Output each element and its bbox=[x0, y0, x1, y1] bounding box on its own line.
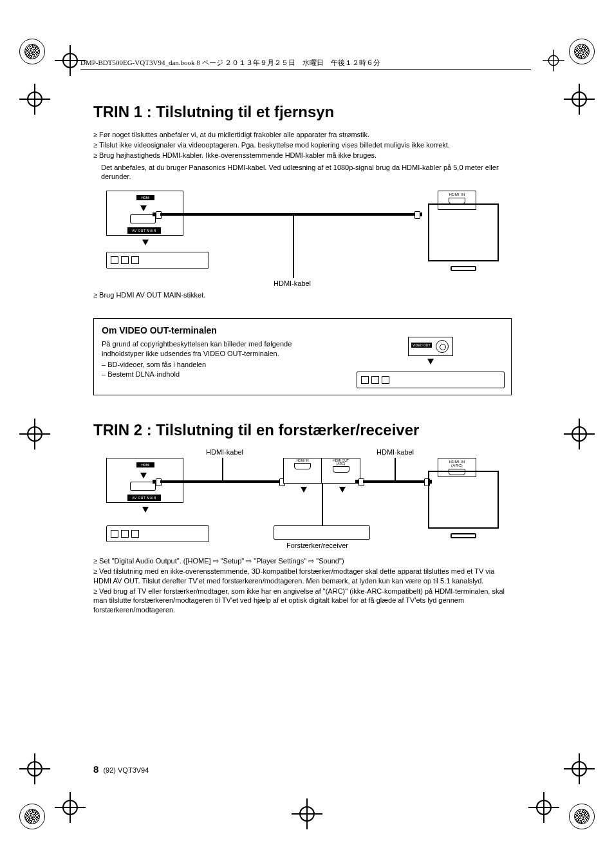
caption-pointer-line bbox=[395, 458, 396, 480]
player-body-icon bbox=[106, 252, 209, 269]
rca-jack-icon bbox=[436, 340, 449, 353]
amp-body-icon bbox=[274, 525, 370, 540]
list-item: Brug HDMI AV OUT MAIN-stikket. bbox=[93, 290, 512, 300]
cable-plug-icon bbox=[355, 478, 363, 486]
caption-pointer-line bbox=[293, 215, 294, 278]
cable-caption: HDMI-kabel bbox=[206, 448, 243, 456]
player-icon: HDMI AV OUT MAIN bbox=[106, 458, 209, 545]
video-out-title: Om VIDEO OUT-terminalen bbox=[102, 325, 503, 335]
hdmi-port-icon bbox=[294, 463, 311, 469]
trin1-bullets: Før noget tilsluttes anbefaler vi, at du… bbox=[93, 130, 512, 160]
av-out-main-label: AV OUT MAIN bbox=[127, 495, 161, 501]
arrow-down-icon bbox=[301, 487, 307, 493]
list-item: Brug højhastigheds HDMI-kabler. Ikke-ove… bbox=[93, 151, 512, 160]
cable-caption: HDMI-kabel bbox=[377, 448, 414, 456]
player-body-icon bbox=[357, 372, 505, 388]
page-number: 8 bbox=[93, 764, 98, 775]
arrow-down-icon bbox=[140, 205, 147, 211]
crosshair-icon bbox=[55, 792, 86, 823]
trin2-bullets: Set "Digital Audio Output". ([HOME] ⇨ "S… bbox=[93, 556, 512, 615]
cable-plug-icon bbox=[153, 211, 160, 218]
arrow-down-icon bbox=[142, 240, 149, 245]
list-item: Før noget tilsluttes anbefaler vi, at du… bbox=[93, 130, 512, 140]
video-out-terminal-icon: VIDEO OUT bbox=[408, 337, 453, 356]
list-item: Set "Digital Audio Output". ([HOME] ⇨ "S… bbox=[93, 556, 512, 566]
player-body-icon bbox=[106, 525, 209, 542]
hdmi-port-icon bbox=[130, 482, 156, 491]
connection-diagram-amp: HDMI-kabel HDMI-kabel HDMI AV OUT MAIN H… bbox=[93, 448, 512, 545]
arrow-down-icon bbox=[427, 359, 434, 364]
arrow-down-icon bbox=[339, 487, 346, 493]
hdmi-port-icon bbox=[333, 466, 349, 473]
caption-pointer-line bbox=[222, 458, 223, 480]
hdmi-logo-icon: HDMI bbox=[136, 462, 154, 467]
video-out-label: VIDEO OUT bbox=[411, 343, 432, 348]
player-icon: HDMI AV OUT MAIN bbox=[106, 191, 209, 278]
print-target-icon bbox=[19, 804, 45, 829]
amp-caption: Forstærker/receiver bbox=[286, 542, 348, 549]
book-header: DMP-BDT500EG-VQT3V94_dan.book 8 ページ ２０１３… bbox=[80, 58, 531, 70]
section-title-trin1: TRIN 1 : Tilslutning til et fjernsyn bbox=[93, 103, 512, 121]
print-target-icon bbox=[569, 39, 595, 64]
rear-jacks-icon bbox=[111, 256, 139, 264]
crosshair-icon bbox=[292, 798, 322, 829]
hdmi-cable-icon bbox=[160, 213, 414, 216]
crosshair-icon bbox=[528, 792, 559, 823]
hdmi-cable-icon bbox=[160, 480, 279, 483]
av-out-main-label: AV OUT MAIN bbox=[127, 227, 161, 234]
trin1-post-bullets: Brug HDMI AV OUT MAIN-stikket. bbox=[93, 290, 512, 300]
list-item: Tilslut ikke videosignaler via videoopta… bbox=[93, 140, 512, 150]
cable-plug-icon bbox=[414, 211, 422, 218]
doc-code: (92) VQT3V94 bbox=[103, 766, 149, 774]
hdmi-cable-icon bbox=[363, 480, 424, 483]
crosshair-icon bbox=[564, 753, 595, 784]
hdmi-out-arc-text: HDMI OUT (ARC) bbox=[322, 458, 360, 466]
arrow-down-icon bbox=[142, 507, 149, 513]
crosshair-icon bbox=[564, 84, 595, 115]
hdmi-port-icon bbox=[130, 214, 156, 223]
arrow-down-icon bbox=[140, 473, 147, 478]
rear-jacks-icon bbox=[361, 376, 389, 384]
page-footer: 8 (92) VQT3V94 bbox=[93, 764, 149, 775]
list-item: Ved tilslutning med en ikke-overensstemm… bbox=[93, 567, 512, 586]
list-item: Ved brug af TV eller forstærker/modtager… bbox=[93, 587, 512, 616]
hdmi-in-arc-text: HDMI IN (ARC) bbox=[438, 460, 476, 467]
print-target-icon bbox=[19, 39, 45, 64]
crosshair-icon bbox=[543, 50, 564, 71]
video-out-body: På grund af copyrightbeskyttelsen kan bi… bbox=[102, 339, 333, 359]
print-target-icon bbox=[569, 804, 595, 829]
crosshair-icon bbox=[19, 753, 50, 784]
amp-ports-icon: HDMI IN HDMI OUT (ARC) bbox=[283, 458, 360, 484]
cable-caption: HDMI-kabel bbox=[274, 279, 311, 287]
hdmi-logo-icon: HDMI bbox=[136, 195, 154, 200]
connection-diagram-tv: HDMI AV OUT MAIN HDMI IN HDMI-kab bbox=[93, 191, 512, 278]
tv-icon: HDMI IN bbox=[428, 191, 499, 271]
trin1-note: Det anbefales, at du bruger Panasonics H… bbox=[101, 163, 512, 182]
pointer-line bbox=[322, 484, 323, 525]
crosshair-icon bbox=[19, 84, 50, 115]
video-out-device-icon: VIDEO OUT bbox=[357, 337, 505, 388]
section-title-trin2: TRIN 2 : Tilslutning til en forstærker/r… bbox=[93, 421, 512, 439]
rear-jacks-icon bbox=[111, 530, 139, 538]
tv-icon: HDMI IN (ARC) bbox=[428, 458, 499, 538]
hdmi-in-text: HDMI IN bbox=[284, 458, 321, 462]
crosshair-icon bbox=[564, 419, 595, 449]
video-out-box: Om VIDEO OUT-terminalen På grund af copy… bbox=[93, 318, 512, 395]
crosshair-icon bbox=[19, 419, 50, 449]
cable-plug-icon bbox=[153, 478, 160, 486]
hdmi-in-text: HDMI IN bbox=[438, 193, 476, 196]
